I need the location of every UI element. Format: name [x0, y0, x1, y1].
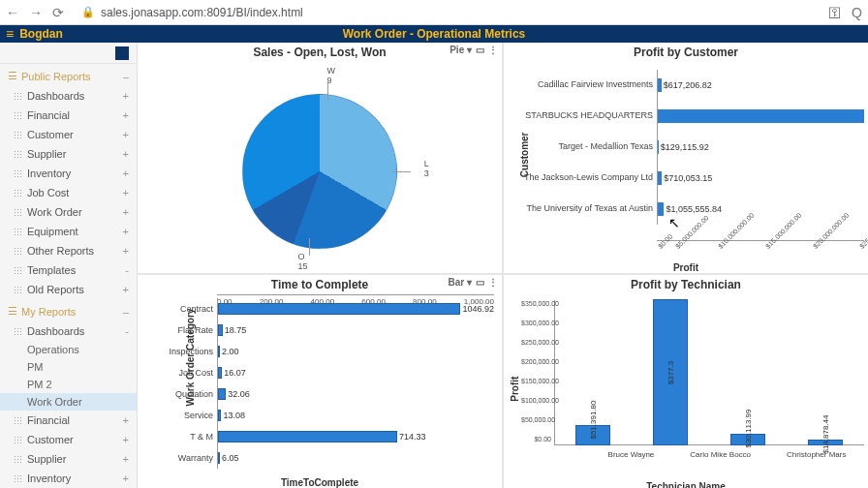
sidebar-item[interactable]: Inventory+	[0, 469, 137, 488]
panel-title: Profit by Technician	[631, 278, 741, 291]
sidebar-subitem[interactable]: PM 2	[0, 376, 137, 393]
pie-label-w: W9	[327, 66, 336, 85]
panel-time-complete: Time to Complete Bar ▾ ▭ ⋮ Work Order Ca…	[138, 275, 502, 488]
sidebar-item[interactable]: Templates-	[0, 260, 137, 280]
sidebar-item[interactable]: Dashboards+	[0, 86, 137, 106]
sidebar: ☰Public Reports–Dashboards+Financial+Cus…	[0, 43, 138, 488]
x-axis-label: TimeToComplete	[281, 477, 358, 488]
pie-label-l: L3	[424, 159, 429, 178]
panel-title: Sales - Open, Lost, Won	[253, 46, 386, 59]
panel-sales-pie: Sales - Open, Lost, Won Pie ▾ ▭ ⋮ W9 L3 …	[138, 43, 502, 273]
sidebar-item[interactable]: Dashboards-	[0, 321, 137, 341]
sidebar-item[interactable]: Customer+	[0, 430, 137, 449]
sidebar-item[interactable]: Old Reports+	[0, 280, 137, 299]
panel-profit-technician: Profit by Technician Profit $0.00$50,000…	[504, 275, 868, 488]
user-name: Bogdan	[19, 27, 63, 41]
sidebar-item[interactable]: Supplier+	[0, 144, 137, 164]
app-header: ≡ Bogdan Work Order - Operational Metric…	[0, 25, 868, 43]
menu-icon[interactable]: ≡	[6, 26, 14, 42]
sidebar-item[interactable]: Inventory+	[0, 164, 137, 183]
sidebar-subitem[interactable]: Operations	[0, 341, 137, 358]
sidebar-subitem[interactable]: PM	[0, 358, 137, 376]
time-complete-chart[interactable]: Contract1046.92Flat Rate18.75Inspections…	[167, 298, 494, 467]
browser-toolbar: ← → ⟳ 🔒 sales.jonasapp.com:8091/BI/index…	[0, 0, 868, 25]
dashboard-grid: Sales - Open, Lost, Won Pie ▾ ▭ ⋮ W9 L3 …	[138, 43, 868, 488]
panel-view-icon[interactable]: ▭	[476, 277, 484, 288]
back-icon[interactable]: ←	[6, 5, 19, 20]
logo-row	[0, 43, 137, 64]
address-bar[interactable]: 🔒 sales.jonasapp.com:8091/BI/index.html	[81, 6, 303, 19]
profit-customer-chart[interactable]: Cadillac Fairview Investments$617,206.82…	[513, 70, 864, 240]
chart-type-select[interactable]: Bar ▾	[449, 277, 472, 288]
sidebar-item[interactable]: Equipment+	[0, 222, 137, 241]
url-text: sales.jonasapp.com:8091/BI/index.html	[101, 6, 303, 19]
forward-icon[interactable]: →	[29, 5, 43, 20]
panel-view-icon[interactable]: ▭	[476, 45, 484, 55]
profit-technician-chart[interactable]: $0.00$50,000.00$100,000.00$150,000.00$20…	[521, 300, 864, 467]
pie-label-o: O15	[297, 252, 307, 271]
panel-menu-icon[interactable]: ⋮	[488, 277, 498, 288]
sidebar-item[interactable]: Customer+	[0, 125, 137, 144]
sidebar-subitem[interactable]: Work Order	[0, 393, 137, 411]
panel-title: Profit by Customer	[634, 46, 738, 59]
x-axis-label: Profit	[673, 262, 698, 273]
panel-menu-icon[interactable]: ⋮	[488, 45, 498, 55]
profile-icon[interactable]: Q	[852, 5, 862, 20]
sidebar-item[interactable]: Other Reports+	[0, 241, 137, 260]
reload-icon[interactable]: ⟳	[52, 5, 64, 20]
panel-title: Time to Complete	[271, 278, 368, 291]
x-axis-label: Technician Name	[646, 481, 726, 488]
sidebar-item[interactable]: Supplier+	[0, 449, 137, 469]
pie-chart[interactable]	[242, 94, 397, 249]
page-title: Work Order - Operational Metrics	[343, 27, 526, 41]
logo-icon	[115, 46, 129, 60]
y-axis-label: Profit	[510, 377, 520, 402]
key-icon[interactable]: ⚿	[828, 5, 842, 20]
sidebar-item[interactable]: Work Order+	[0, 202, 137, 222]
sidebar-item[interactable]: Financial+	[0, 106, 137, 125]
sidebar-section[interactable]: ☰My Reports–	[0, 299, 137, 321]
chart-type-select[interactable]: Pie ▾	[450, 45, 472, 55]
panel-profit-customer: Profit by Customer Customer Cadillac Fai…	[504, 43, 868, 273]
lock-icon: 🔒	[81, 6, 95, 18]
sidebar-item[interactable]: Financial+	[0, 411, 137, 430]
sidebar-section[interactable]: ☰Public Reports–	[0, 64, 137, 86]
sidebar-item[interactable]: Job Cost+	[0, 183, 137, 202]
